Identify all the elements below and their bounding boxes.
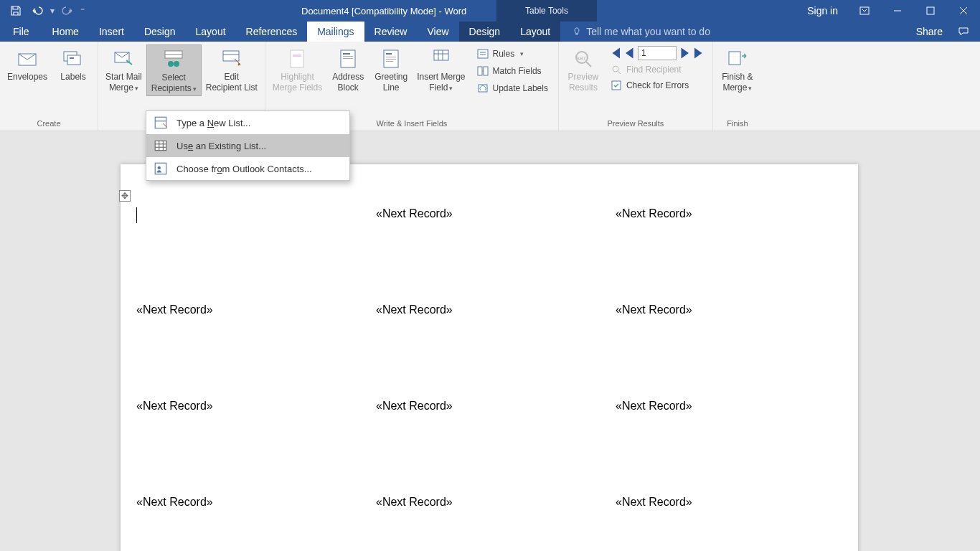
merge-field: «Next Record» <box>136 303 213 316</box>
preview-results-button[interactable]: ABC Preview Results <box>562 44 605 95</box>
svg-rect-8 <box>70 57 74 59</box>
tab-table-design[interactable]: Design <box>459 22 511 42</box>
tab-review[interactable]: Review <box>364 22 418 42</box>
redo-button[interactable] <box>57 1 77 21</box>
tab-insert[interactable]: Insert <box>89 22 134 42</box>
svg-rect-33 <box>484 67 488 75</box>
svg-rect-25 <box>386 59 396 60</box>
update-labels-button[interactable]: Update Labels <box>474 80 551 96</box>
last-record-button[interactable] <box>692 47 705 60</box>
highlight-merge-fields-button[interactable]: Highlight Merge Fields <box>268 44 326 95</box>
svg-rect-42 <box>155 117 166 128</box>
find-recipient-icon <box>611 64 622 75</box>
menu-outlook-contacts[interactable]: Choose from Outlook Contacts... <box>146 157 349 180</box>
tell-me-placeholder: Tell me what you want to do <box>586 26 710 37</box>
merge-field: «Next Record» <box>376 400 453 413</box>
svg-rect-24 <box>386 57 396 57</box>
edit-recipient-list-button[interactable]: Edit Recipient List <box>202 44 262 95</box>
greeting-line-label: Greeting Line <box>374 72 407 93</box>
select-recipients-icon <box>162 48 185 71</box>
prev-record-button[interactable] <box>623 47 636 60</box>
match-fields-button[interactable]: Match Fields <box>474 63 551 79</box>
svg-rect-20 <box>343 56 353 57</box>
quick-access-toolbar: ▾ ⁼ <box>0 1 86 21</box>
select-recipients-button[interactable]: Select Recipients▾ <box>146 44 202 96</box>
menu-use-existing-list[interactable]: Use an Existing List... <box>146 134 349 157</box>
envelopes-label: Envelopes <box>7 72 47 83</box>
document-area: ✥ «Next Record» «Next Record» «Next Reco… <box>0 153 980 551</box>
update-labels-label: Update Labels <box>493 83 548 93</box>
merge-field: «Next Record» <box>616 400 692 413</box>
close-button[interactable] <box>947 0 980 22</box>
tab-home[interactable]: Home <box>42 22 89 42</box>
menu-type-new-list[interactable]: Type a New List... <box>146 111 349 134</box>
new-list-icon <box>154 116 168 130</box>
svg-rect-26 <box>386 61 393 62</box>
check-errors-button[interactable]: Check for Errors <box>605 77 710 93</box>
save-button[interactable] <box>6 1 26 21</box>
insert-merge-field-button[interactable]: Insert Merge Field▾ <box>413 44 469 95</box>
svg-rect-7 <box>67 55 80 65</box>
edit-recipient-list-icon <box>220 47 243 70</box>
share-label: Share <box>916 26 943 37</box>
merge-field: «Next Record» <box>376 496 453 509</box>
group-create: Envelopes Labels Create <box>0 42 98 131</box>
record-number-input[interactable]: 1 <box>638 46 677 60</box>
maximize-button[interactable] <box>914 0 947 22</box>
merge-field: «Next Record» <box>616 303 692 316</box>
tab-mailings[interactable]: Mailings <box>307 22 364 42</box>
minimize-button[interactable] <box>881 0 914 22</box>
svg-rect-32 <box>478 67 482 75</box>
ribbon-display-options-button[interactable] <box>848 0 881 22</box>
greeting-line-icon <box>380 47 402 70</box>
check-errors-label: Check for Errors <box>626 80 689 90</box>
chevron-down-icon: ▾ <box>748 85 752 92</box>
svg-rect-0 <box>860 7 869 14</box>
first-record-button[interactable] <box>609 47 622 60</box>
finish-merge-button[interactable]: Finish & Merge▾ <box>716 44 759 95</box>
sign-in-button[interactable]: Sign in <box>797 5 848 17</box>
svg-rect-21 <box>343 58 353 59</box>
table-move-handle[interactable]: ✥ <box>119 190 131 202</box>
start-mail-merge-label: Start Mail Merge▾ <box>105 72 142 93</box>
outlook-contacts-icon <box>154 161 168 176</box>
find-recipient-button[interactable]: Find Recipient <box>605 62 710 77</box>
tab-table-layout[interactable]: Layout <box>510 22 560 42</box>
labels-button[interactable]: Labels <box>52 44 95 84</box>
svg-line-37 <box>586 62 591 67</box>
group-preview-label: Preview Results <box>559 117 712 131</box>
address-block-button[interactable]: Address Block <box>326 44 369 95</box>
next-record-button[interactable] <box>678 47 691 60</box>
tab-file[interactable]: File <box>0 22 42 42</box>
tab-references[interactable]: References <box>236 22 308 42</box>
comments-icon[interactable] <box>953 21 974 42</box>
ribbon-mailings: Envelopes Labels Create Start Mail Merge… <box>0 42 980 131</box>
menu-use-existing-label: Use an Existing List... <box>176 141 266 151</box>
finish-merge-icon <box>726 47 749 70</box>
rules-button[interactable]: Rules▾ <box>474 46 551 62</box>
start-mail-merge-button[interactable]: Start Mail Merge▾ <box>101 44 146 95</box>
tab-layout[interactable]: Layout <box>186 22 236 42</box>
svg-rect-23 <box>386 53 392 55</box>
address-block-label: Address Block <box>332 72 364 93</box>
insert-merge-field-icon <box>430 47 453 70</box>
qat-customize-icon[interactable]: ⁼ <box>79 6 86 16</box>
preview-results-icon: ABC <box>572 47 595 70</box>
svg-rect-44 <box>155 141 166 150</box>
envelopes-button[interactable]: Envelopes <box>3 44 52 84</box>
chevron-down-icon: ▾ <box>135 85 138 92</box>
undo-dropdown-icon[interactable]: ▾ <box>49 6 56 16</box>
greeting-line-button[interactable]: Greeting Line <box>369 44 413 95</box>
select-recipients-menu: Type a New List... Use an Existing List.… <box>146 110 350 181</box>
labels-icon <box>62 47 85 70</box>
group-preview-results: ABC Preview Results 1 Find Recipient <box>559 42 713 131</box>
preview-results-label: Preview Results <box>568 72 599 93</box>
share-button[interactable]: Share <box>905 26 950 37</box>
tab-view[interactable]: View <box>417 22 458 42</box>
tab-design[interactable]: Design <box>134 22 186 42</box>
document-page[interactable]: ✥ «Next Record» «Next Record» «Next Reco… <box>121 164 858 551</box>
undo-button[interactable] <box>27 1 47 21</box>
title-bar: ▾ ⁼ Table Tools Document4 [Compatibility… <box>0 0 980 22</box>
menu-type-new-label: Type a New List... <box>176 118 250 128</box>
tell-me-search[interactable]: Tell me what you want to do <box>560 22 710 42</box>
